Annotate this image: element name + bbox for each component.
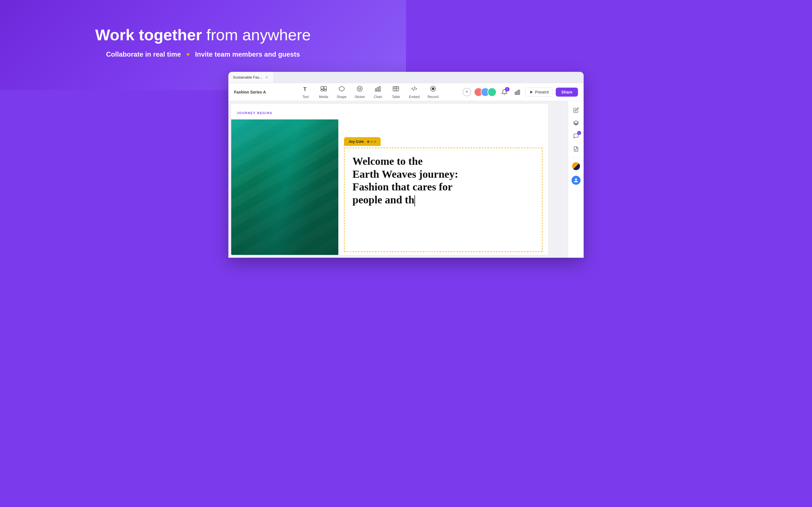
tool-chart-label: Chart [374, 95, 382, 99]
hero-subtitle: Collaborate in real time Invite team mem… [106, 50, 300, 58]
svg-marker-5 [339, 86, 344, 91]
toolbar: Fashion Series A T Text [229, 83, 406, 101]
shape-icon [338, 86, 345, 94]
hero-dot [187, 53, 190, 56]
text-line-1: Welcome to the [352, 155, 406, 168]
media-icon [320, 86, 327, 94]
text-line-4: people and th [352, 193, 406, 207]
tab-close-button[interactable]: × [264, 75, 269, 80]
joy-label: Joy Cole [344, 137, 380, 146]
slide-inner: JOURNEY BEGINS Sarah Griffin [231, 104, 406, 253]
tool-chart[interactable]: Chart [369, 83, 386, 101]
subtitle-left: Collaborate in real time [106, 50, 181, 58]
tool-media-label: Media [319, 95, 328, 99]
joy-dot-3 [374, 140, 376, 143]
text-line-4-content: people and th [352, 194, 406, 206]
text-icon: T [302, 86, 309, 94]
chart-icon [374, 86, 381, 94]
svg-point-8 [360, 88, 361, 88]
subtitle-right: Invite team members and guests [195, 50, 300, 58]
joy-dot-1 [367, 140, 369, 143]
svg-rect-4 [324, 90, 326, 91]
joy-user-name: Joy Cole [349, 139, 364, 144]
toolbar-tools: T Text Media [276, 83, 406, 101]
svg-rect-2 [324, 87, 326, 89]
tool-text-label: Text [303, 95, 309, 99]
svg-point-6 [357, 86, 362, 91]
svg-text:T: T [303, 87, 306, 92]
svg-rect-3 [321, 90, 323, 91]
svg-point-7 [359, 88, 359, 88]
joy-dots [367, 140, 376, 143]
tool-table[interactable]: Table [388, 83, 404, 101]
joy-dot-2 [370, 140, 373, 143]
tool-shape-label: Shape [337, 95, 347, 99]
app-window: Sustainable Fas... × Fashion Series A T … [229, 72, 406, 253]
tab-item[interactable]: Sustainable Fas... × [229, 72, 274, 83]
slide-content[interactable]: JOURNEY BEGINS Sarah Griffin [229, 101, 406, 253]
svg-rect-12 [393, 87, 399, 91]
text-line-2: Earth Weaves journey: [352, 168, 406, 181]
tool-text[interactable]: T Text [297, 83, 314, 101]
svg-rect-11 [379, 87, 380, 91]
hero-title: Work together from anywhere [95, 26, 311, 44]
tab-label: Sustainable Fas... [233, 75, 262, 79]
svg-rect-10 [377, 87, 378, 91]
tool-table-label: Table [392, 95, 400, 99]
svg-rect-1 [321, 87, 323, 89]
tool-embed[interactable]: Embed [405, 83, 406, 101]
hero-title-regular: from anywhere [202, 26, 311, 44]
text-box-content: Welcome to the Earth Weaves journey: Fas… [352, 155, 406, 207]
sticker-icon [356, 86, 363, 94]
text-line-3: Fashion that cares for [352, 180, 406, 193]
tab-bar: Sustainable Fas... × [229, 72, 406, 83]
tool-sticker-label: Sticker [355, 95, 365, 99]
table-icon [393, 86, 399, 94]
joy-tooltip: Joy Cole [344, 137, 380, 146]
canvas-area: JOURNEY BEGINS Sarah Griffin [229, 101, 406, 253]
hero-title-bold: Work together [95, 26, 202, 44]
tool-shape[interactable]: Shape [333, 83, 350, 101]
fabric-image [231, 119, 338, 253]
journey-text: JOURNEY BEGINS [237, 111, 272, 115]
text-editing-box[interactable]: Welcome to the Earth Weaves journey: Fas… [344, 148, 406, 252]
tool-sticker[interactable]: Sticker [351, 83, 368, 101]
tool-media[interactable]: Media [315, 83, 332, 101]
slide-title: Fashion Series A [234, 90, 276, 94]
svg-rect-9 [375, 89, 376, 91]
